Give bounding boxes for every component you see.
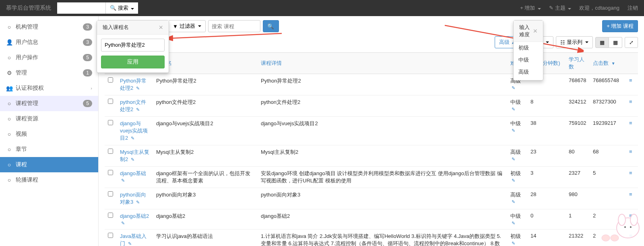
theme-menu[interactable]: ✎ 主题 bbox=[549, 4, 571, 12]
filter-dropdown[interactable]: ▼ 过滤器 bbox=[168, 20, 206, 32]
cell-name: django与vuejs实战项目2 bbox=[153, 117, 258, 145]
course-link[interactable]: django基础2 bbox=[120, 213, 149, 219]
edit-icon[interactable]: ✎ bbox=[136, 200, 140, 205]
edit-icon[interactable]: ✎ bbox=[512, 85, 515, 90]
edit-icon[interactable]: ✎ bbox=[512, 199, 515, 204]
sidebar-item[interactable]: 👥认证和授权› bbox=[0, 81, 98, 96]
row-checkbox[interactable] bbox=[108, 149, 113, 154]
cell-dur: 3 bbox=[527, 167, 566, 188]
course-name-input[interactable] bbox=[101, 39, 165, 52]
edit-icon[interactable]: ✎ bbox=[136, 107, 140, 112]
decorative-mascot bbox=[598, 208, 642, 244]
sidebar-item[interactable]: ○轮播课程 bbox=[0, 172, 98, 188]
edit-icon[interactable]: ✎ bbox=[512, 178, 515, 183]
course-link[interactable]: python面向对象3 bbox=[120, 192, 146, 205]
difficulty-option[interactable]: 中级 bbox=[514, 54, 543, 66]
row-checkbox[interactable] bbox=[108, 120, 113, 125]
badge: 1 bbox=[83, 69, 92, 76]
sidebar-item[interactable]: ○课程管理5 bbox=[0, 96, 98, 111]
row-checkbox[interactable] bbox=[108, 233, 113, 238]
table-search-button[interactable]: 🔍 bbox=[263, 20, 279, 32]
cell-click: 5 bbox=[590, 167, 626, 188]
table-search-input[interactable] bbox=[208, 20, 260, 32]
course-link[interactable]: python文件处理2 bbox=[120, 99, 146, 112]
edit-icon[interactable]: ✎ bbox=[512, 221, 515, 225]
sidebar-item[interactable]: ○章节 bbox=[0, 142, 98, 157]
cell-diff: 高级 ✎ bbox=[507, 188, 527, 209]
sidebar-item[interactable]: ○机构管理3 bbox=[0, 19, 98, 35]
row-checkbox[interactable] bbox=[108, 213, 113, 218]
edit-icon[interactable]: ✎ bbox=[136, 86, 140, 91]
sidebar-item[interactable]: ○视频 bbox=[0, 126, 98, 142]
row-checkbox[interactable] bbox=[108, 191, 113, 196]
row-menu-icon[interactable]: ≡ bbox=[629, 191, 632, 197]
cell-detail: python面向对象3 bbox=[258, 188, 507, 209]
row-menu-icon[interactable]: ≡ bbox=[629, 77, 632, 83]
course-link[interactable]: Python异常处理2 bbox=[120, 78, 147, 91]
difficulty-option[interactable]: 初级 bbox=[514, 42, 543, 54]
sidebar-item[interactable]: 👤用户信息3 bbox=[0, 35, 98, 50]
add-menu[interactable]: + 增加 bbox=[520, 4, 541, 12]
row-checkbox[interactable] bbox=[108, 77, 113, 83]
close-icon[interactable]: × bbox=[533, 27, 537, 35]
close-icon[interactable]: × bbox=[159, 24, 163, 31]
sidebar-item[interactable]: ○课程 bbox=[0, 157, 98, 172]
col-detail-header[interactable]: 课程详情 bbox=[258, 53, 507, 74]
badge: 3 bbox=[83, 39, 92, 46]
cell-study: 21322 bbox=[566, 229, 590, 246]
fullscreen-button[interactable]: ⤢ bbox=[625, 37, 638, 48]
edit-icon[interactable]: ✎ bbox=[512, 241, 515, 246]
logout-link[interactable]: 注销 bbox=[627, 4, 638, 12]
toolbar: 课程 🔖 书签 ▼ 过滤器 🔍 + 增加 课程 bbox=[105, 20, 638, 32]
global-search-button[interactable]: 🔍 搜索 bbox=[105, 2, 138, 14]
row-checkbox[interactable] bbox=[108, 99, 113, 104]
add-course-button[interactable]: + 增加 课程 bbox=[602, 20, 638, 32]
sidebar-item[interactable]: ○课程资源 bbox=[0, 111, 98, 126]
chevron-right-icon: › bbox=[91, 86, 92, 91]
sidebar-icon: ○ bbox=[6, 54, 12, 61]
sidebar-item-label: 机构管理 bbox=[16, 23, 38, 31]
course-link[interactable]: Mysql主从复制2 bbox=[120, 149, 149, 162]
sidebar-icon: ⚙ bbox=[6, 70, 12, 76]
cell-study: 324212 bbox=[566, 95, 590, 117]
col-click-header[interactable]: 点击数 ▼ bbox=[590, 53, 626, 74]
cell-study: 759102 bbox=[566, 117, 590, 145]
course-link[interactable]: django基础 bbox=[120, 170, 146, 176]
edit-icon[interactable]: ✎ bbox=[128, 241, 132, 246]
cell-diff: 初级 ✎ bbox=[507, 229, 527, 246]
edit-icon[interactable]: ✎ bbox=[121, 178, 125, 183]
difficulty-option[interactable]: 高级 bbox=[514, 66, 543, 78]
sidebar-item[interactable]: ⚙管理1 bbox=[0, 65, 98, 81]
row-menu-icon[interactable]: ≡ bbox=[629, 120, 632, 126]
row-checkbox[interactable] bbox=[108, 170, 113, 175]
welcome-link[interactable]: 欢迎，cdtaogang bbox=[579, 4, 619, 12]
cell-detail: django基础2 bbox=[258, 209, 507, 229]
row-menu-icon[interactable]: ≡ bbox=[629, 170, 632, 176]
apply-button[interactable]: 应用 bbox=[101, 56, 165, 68]
view-toggle: ▦ ▦ bbox=[595, 37, 622, 48]
edit-icon[interactable]: ✎ bbox=[131, 136, 134, 141]
columns-button[interactable]: ☷ 显示列 bbox=[556, 36, 593, 48]
grid-large-icon[interactable]: ▦ bbox=[595, 37, 609, 48]
row-menu-icon[interactable]: ≡ bbox=[629, 99, 632, 105]
row-menu-icon[interactable]: ≡ bbox=[629, 149, 632, 155]
table-row: django基础 ✎ django框架有一个全面的认识，包括开发流程、基本概念要… bbox=[105, 167, 638, 188]
grid-small-icon[interactable]: ▦ bbox=[609, 37, 622, 48]
edit-icon[interactable]: ✎ bbox=[512, 128, 515, 133]
global-search-input[interactable] bbox=[57, 2, 105, 14]
sidebar-item[interactable]: ○用户操作5 bbox=[0, 50, 98, 65]
sidebar-icon: ○ bbox=[6, 177, 12, 183]
cell-name: django基础2 bbox=[153, 209, 258, 229]
sidebar-item-label: 管理 bbox=[16, 69, 27, 76]
popover-title: 输入难度 × bbox=[514, 21, 543, 42]
navbar: 慕学后台管理系统 🔍 搜索 + 增加 ✎ 主题 欢迎，cdtaogang 注销 bbox=[0, 0, 644, 16]
edit-icon[interactable]: ✎ bbox=[512, 157, 515, 161]
edit-icon[interactable]: ✎ bbox=[131, 157, 134, 162]
edit-icon[interactable]: ✎ bbox=[121, 221, 125, 225]
col-study-header[interactable]: 学习人数 bbox=[566, 53, 590, 74]
svg-point-7 bbox=[602, 235, 610, 241]
course-link[interactable]: Java基础入门 bbox=[120, 233, 147, 246]
cell-name: python面向对象3 bbox=[153, 188, 258, 209]
cell-diff: 中级 ✎ bbox=[507, 95, 527, 117]
edit-icon[interactable]: ✎ bbox=[512, 107, 515, 112]
